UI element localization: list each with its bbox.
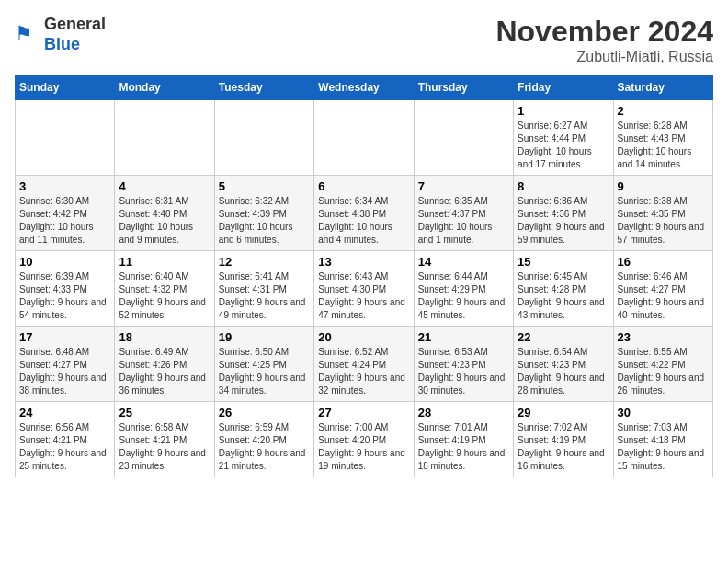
calendar-cell: 28Sunrise: 7:01 AM Sunset: 4:19 PM Dayli…: [414, 402, 513, 477]
calendar-cell: 17Sunrise: 6:48 AM Sunset: 4:27 PM Dayli…: [16, 327, 115, 402]
day-info: Sunrise: 6:44 AM Sunset: 4:29 PM Dayligh…: [418, 270, 509, 322]
day-info: Sunrise: 6:36 AM Sunset: 4:36 PM Dayligh…: [518, 195, 609, 247]
calendar-cell: 11Sunrise: 6:40 AM Sunset: 4:32 PM Dayli…: [115, 251, 214, 327]
calendar-cell: 23Sunrise: 6:55 AM Sunset: 4:22 PM Dayli…: [613, 327, 712, 402]
day-info: Sunrise: 6:35 AM Sunset: 4:37 PM Dayligh…: [418, 195, 509, 247]
calendar-cell: 7Sunrise: 6:35 AM Sunset: 4:37 PM Daylig…: [414, 176, 513, 251]
day-number: 16: [618, 255, 709, 269]
calendar-cell: 22Sunrise: 6:54 AM Sunset: 4:23 PM Dayli…: [514, 327, 613, 402]
calendar-cell: 13Sunrise: 6:43 AM Sunset: 4:30 PM Dayli…: [314, 251, 414, 327]
day-info: Sunrise: 6:56 AM Sunset: 4:21 PM Dayligh…: [19, 421, 110, 473]
day-number: 25: [119, 406, 210, 419]
calendar-cell: 16Sunrise: 6:46 AM Sunset: 4:27 PM Dayli…: [613, 251, 712, 327]
calendar-cell: 24Sunrise: 6:56 AM Sunset: 4:21 PM Dayli…: [16, 402, 115, 477]
day-info: Sunrise: 7:01 AM Sunset: 4:19 PM Dayligh…: [418, 421, 509, 473]
day-number: 27: [318, 406, 409, 419]
calendar-week-row: 10Sunrise: 6:39 AM Sunset: 4:33 PM Dayli…: [16, 251, 713, 327]
logo-general: General: [44, 15, 106, 33]
logo-text: General Blue: [44, 15, 106, 54]
day-info: Sunrise: 6:59 AM Sunset: 4:20 PM Dayligh…: [219, 421, 310, 473]
calendar-cell: 19Sunrise: 6:50 AM Sunset: 4:25 PM Dayli…: [214, 327, 313, 402]
day-info: Sunrise: 6:27 AM Sunset: 4:44 PM Dayligh…: [518, 120, 609, 171]
calendar-cell: 15Sunrise: 6:45 AM Sunset: 4:28 PM Dayli…: [514, 251, 613, 327]
day-number: 8: [518, 179, 609, 193]
calendar-cell: 2Sunrise: 6:28 AM Sunset: 4:43 PM Daylig…: [613, 100, 712, 176]
day-number: 15: [518, 255, 609, 269]
calendar-cell: [16, 100, 115, 176]
day-info: Sunrise: 6:48 AM Sunset: 4:27 PM Dayligh…: [19, 346, 110, 397]
day-of-week-header: Friday: [514, 75, 613, 100]
title-block: November 2024 Zubutli-Miatli, Russia: [495, 15, 713, 65]
calendar-cell: 29Sunrise: 7:02 AM Sunset: 4:19 PM Dayli…: [514, 402, 613, 477]
day-number: 14: [418, 255, 509, 269]
day-of-week-header: Sunday: [16, 75, 115, 100]
calendar-cell: [414, 100, 513, 176]
day-number: 1: [518, 104, 609, 118]
day-number: 26: [219, 406, 310, 419]
day-number: 29: [518, 406, 609, 419]
calendar-cell: 25Sunrise: 6:58 AM Sunset: 4:21 PM Dayli…: [115, 402, 214, 477]
calendar-week-row: 3Sunrise: 6:30 AM Sunset: 4:42 PM Daylig…: [16, 176, 713, 251]
day-number: 30: [618, 406, 709, 419]
day-of-week-header: Saturday: [613, 75, 712, 100]
calendar-cell: 10Sunrise: 6:39 AM Sunset: 4:33 PM Dayli…: [16, 251, 115, 327]
day-info: Sunrise: 6:45 AM Sunset: 4:28 PM Dayligh…: [518, 270, 609, 322]
day-info: Sunrise: 6:40 AM Sunset: 4:32 PM Dayligh…: [119, 270, 210, 322]
day-number: 12: [219, 255, 310, 269]
calendar-cell: 20Sunrise: 6:52 AM Sunset: 4:24 PM Dayli…: [314, 327, 414, 402]
day-of-week-header: Tuesday: [214, 75, 313, 100]
day-number: 19: [219, 330, 310, 344]
day-info: Sunrise: 6:30 AM Sunset: 4:42 PM Dayligh…: [19, 195, 110, 247]
day-number: 13: [318, 255, 409, 269]
day-info: Sunrise: 6:31 AM Sunset: 4:40 PM Dayligh…: [119, 195, 210, 247]
day-number: 4: [119, 179, 210, 193]
day-info: Sunrise: 6:38 AM Sunset: 4:35 PM Dayligh…: [618, 195, 709, 247]
calendar-cell: 27Sunrise: 7:00 AM Sunset: 4:20 PM Dayli…: [314, 402, 414, 477]
day-info: Sunrise: 6:55 AM Sunset: 4:22 PM Dayligh…: [618, 346, 709, 397]
calendar-cell: 6Sunrise: 6:34 AM Sunset: 4:38 PM Daylig…: [314, 176, 414, 251]
day-number: 24: [19, 406, 110, 419]
calendar-header-row: SundayMondayTuesdayWednesdayThursdayFrid…: [16, 75, 713, 100]
day-number: 22: [518, 330, 609, 344]
day-info: Sunrise: 6:54 AM Sunset: 4:23 PM Dayligh…: [518, 346, 609, 397]
subtitle: Zubutli-Miatli, Russia: [495, 49, 713, 65]
calendar-cell: [214, 100, 313, 176]
calendar-table: SundayMondayTuesdayWednesdayThursdayFrid…: [15, 75, 713, 477]
day-number: 2: [618, 104, 709, 118]
svg-text:⚑: ⚑: [15, 22, 33, 45]
day-info: Sunrise: 6:43 AM Sunset: 4:30 PM Dayligh…: [318, 270, 409, 322]
day-info: Sunrise: 6:53 AM Sunset: 4:23 PM Dayligh…: [418, 346, 509, 397]
day-number: 11: [119, 255, 210, 269]
day-info: Sunrise: 6:41 AM Sunset: 4:31 PM Dayligh…: [219, 270, 310, 322]
main-title: November 2024: [495, 15, 713, 49]
calendar-cell: 21Sunrise: 6:53 AM Sunset: 4:23 PM Dayli…: [414, 327, 513, 402]
calendar-cell: 26Sunrise: 6:59 AM Sunset: 4:20 PM Dayli…: [214, 402, 313, 477]
calendar-cell: 1Sunrise: 6:27 AM Sunset: 4:44 PM Daylig…: [514, 100, 613, 176]
logo-icon: ⚑: [15, 22, 40, 48]
calendar-cell: [314, 100, 414, 176]
day-number: 5: [219, 179, 310, 193]
day-number: 20: [318, 330, 409, 344]
day-number: 17: [19, 330, 110, 344]
day-number: 10: [19, 255, 110, 269]
calendar-cell: 30Sunrise: 7:03 AM Sunset: 4:18 PM Dayli…: [613, 402, 712, 477]
day-number: 21: [418, 330, 509, 344]
day-info: Sunrise: 6:28 AM Sunset: 4:43 PM Dayligh…: [618, 120, 709, 171]
day-info: Sunrise: 6:46 AM Sunset: 4:27 PM Dayligh…: [618, 270, 709, 322]
day-of-week-header: Monday: [115, 75, 214, 100]
calendar-week-row: 1Sunrise: 6:27 AM Sunset: 4:44 PM Daylig…: [16, 100, 713, 176]
calendar-cell: 5Sunrise: 6:32 AM Sunset: 4:39 PM Daylig…: [214, 176, 313, 251]
calendar-cell: [115, 100, 214, 176]
day-info: Sunrise: 7:03 AM Sunset: 4:18 PM Dayligh…: [618, 421, 709, 473]
calendar-cell: 14Sunrise: 6:44 AM Sunset: 4:29 PM Dayli…: [414, 251, 513, 327]
calendar-cell: 3Sunrise: 6:30 AM Sunset: 4:42 PM Daylig…: [16, 176, 115, 251]
logo: ⚑ General Blue: [15, 15, 106, 54]
calendar-cell: 9Sunrise: 6:38 AM Sunset: 4:35 PM Daylig…: [613, 176, 712, 251]
day-number: 23: [618, 330, 709, 344]
day-info: Sunrise: 6:50 AM Sunset: 4:25 PM Dayligh…: [219, 346, 310, 397]
calendar-cell: 8Sunrise: 6:36 AM Sunset: 4:36 PM Daylig…: [514, 176, 613, 251]
day-number: 18: [119, 330, 210, 344]
day-info: Sunrise: 7:00 AM Sunset: 4:20 PM Dayligh…: [318, 421, 409, 473]
day-info: Sunrise: 6:32 AM Sunset: 4:39 PM Dayligh…: [219, 195, 310, 247]
day-info: Sunrise: 6:52 AM Sunset: 4:24 PM Dayligh…: [318, 346, 409, 397]
